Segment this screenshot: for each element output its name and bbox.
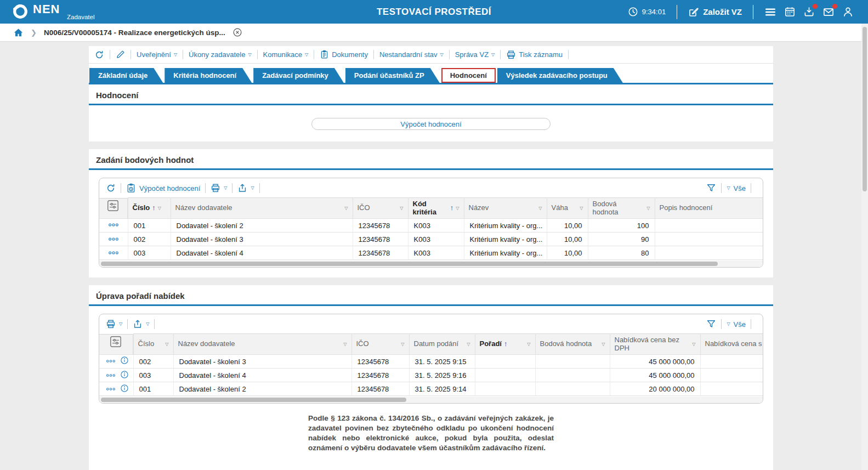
col-header-ico[interactable]: IČO ▽	[351, 334, 409, 355]
export-menu[interactable]: ▽	[237, 183, 254, 193]
hodnoceni-panel: Výpočet hodnocení	[89, 105, 773, 141]
cell-cena-bez-dph: 20 000 000,00	[610, 382, 700, 396]
edit-button[interactable]	[116, 50, 125, 59]
refresh-button[interactable]	[94, 50, 104, 60]
row-menu-button[interactable]	[106, 371, 116, 380]
col-header-popis-hodnoceni[interactable]: Popis hodnocení	[655, 198, 763, 219]
col-header-bodova-hodnota[interactable]: Bodová hodnota ▽	[588, 198, 655, 219]
col-header-cislo[interactable]: Číslo ▽	[133, 334, 173, 355]
tisk-zaznamu-button[interactable]: Tisk záznamu	[506, 50, 563, 60]
session-time: 9:34:01	[628, 7, 666, 17]
col-header-vaha[interactable]: Váha ▽	[547, 198, 588, 219]
nestandardni-stav-menu[interactable]: Nestandardní stav ▽	[379, 50, 444, 59]
refresh-button[interactable]	[106, 183, 116, 193]
scrollbar-thumb[interactable]	[101, 398, 406, 402]
dropdown-icon: ▽	[692, 342, 695, 347]
horizontal-scrollbar[interactable]	[99, 261, 763, 267]
row-menu-button[interactable]	[106, 385, 116, 393]
row-menu-button[interactable]	[108, 221, 119, 229]
vypocet-hodnoceni-link[interactable]: Výpočet hodnocení	[126, 183, 200, 193]
dropdown-icon: ▽	[343, 342, 347, 347]
vertical-scrollbar[interactable]	[861, 24, 868, 470]
col-header-poradi[interactable]: Pořadí ↑ ▽	[475, 334, 535, 355]
dropdown-icon: ▽	[491, 53, 495, 57]
sprava-vz-menu[interactable]: Správa VZ ▽	[455, 50, 495, 59]
column-settings-button[interactable]	[99, 334, 133, 355]
dokumenty-button[interactable]: Dokumenty	[320, 50, 368, 59]
col-header-ico[interactable]: IČO ▽	[353, 198, 408, 219]
row-menu-button[interactable]	[108, 249, 119, 257]
tab-hodnoceni[interactable]: Hodnocení	[441, 68, 496, 83]
dropdown-icon: ▽	[467, 342, 470, 347]
vse-label: Vše	[734, 320, 746, 329]
divider	[127, 319, 128, 329]
vypocet-hodnoceni-button[interactable]: Výpočet hodnocení	[311, 118, 551, 130]
tab-vysledek[interactable]: Výsledek zadávacího postupu	[497, 68, 623, 83]
dropdown-icon: ▽	[174, 53, 177, 57]
divider	[500, 50, 501, 59]
export-menu[interactable]: ▽	[133, 319, 149, 329]
col-header-bodova-hodnota[interactable]: Bodová hodnota ▽	[535, 334, 610, 355]
scrollbar-thumb[interactable]	[863, 27, 867, 191]
close-record-icon[interactable]	[232, 27, 242, 37]
filter-button[interactable]	[706, 319, 716, 329]
calendar-button[interactable]	[784, 6, 796, 18]
row-menu-button[interactable]	[108, 235, 119, 244]
ukony-label: Úkony zadavatele	[189, 50, 245, 59]
user-profile-button[interactable]	[842, 6, 854, 18]
cell-cena-s-dph: 24 200 000,00	[700, 382, 763, 396]
tab-zadavaci-podminky[interactable]: Zadávací podmínky	[253, 68, 344, 83]
divider	[89, 304, 773, 306]
menu-button[interactable]	[764, 6, 776, 18]
filter-preset-vse[interactable]: ▽ Vše	[727, 320, 746, 329]
info-icon[interactable]	[120, 384, 129, 394]
col-header-cena-bez-dph[interactable]: Nabídková cena bez DPH ▽	[610, 334, 700, 355]
cell-ico: 12345678	[351, 369, 409, 382]
horizontal-scrollbar[interactable]	[99, 397, 763, 403]
print-menu[interactable]: ▽	[106, 319, 122, 329]
cell-poradi	[475, 382, 535, 396]
uverejneni-menu[interactable]: Uveřejnění ▽	[137, 50, 177, 59]
cell-nazev: Kritérium kvality - org...	[464, 246, 547, 260]
info-icon[interactable]	[120, 356, 129, 366]
filter-button[interactable]	[706, 183, 716, 193]
dokumenty-label: Dokumenty	[332, 50, 368, 59]
tab-podani-ucastniku[interactable]: Podání účastníků ZP	[345, 68, 440, 83]
divider	[677, 5, 677, 19]
vse-label: Vše	[734, 184, 746, 192]
col-header-cena-s-dph[interactable]: Nabídková cena s DPH ▽	[700, 334, 763, 355]
cell-popis	[655, 246, 763, 260]
info-icon[interactable]	[120, 370, 129, 381]
cell-cislo: 002	[133, 355, 173, 369]
zalozit-vz-button[interactable]: Založit VZ	[688, 7, 742, 18]
col-header-nazev-dodavatele[interactable]: Název dodavatele ▽	[171, 198, 353, 219]
dropdown-icon: ▽	[401, 342, 404, 347]
col-header-nazev-dodavatele[interactable]: Název dodavatele ▽	[173, 334, 351, 355]
col-header-kod-kriteria[interactable]: Kód kritéria ↑ ▽	[408, 198, 464, 219]
nestandardni-label: Nestandardní stav	[379, 50, 438, 59]
col-header-cislo[interactable]: Číslo ↑ ▽	[128, 198, 171, 219]
tisk-label: Tisk záznamu	[519, 50, 563, 59]
sort-asc-icon: ↑	[450, 204, 454, 212]
breadcrumb-record[interactable]: N006/25/V00005174 - Realizace energetick…	[44, 29, 225, 37]
messages-button[interactable]	[822, 6, 835, 18]
vypocet-link-label: Výpočet hodnocení	[139, 184, 200, 192]
sort-asc-icon: ↑	[504, 340, 508, 348]
downloads-button[interactable]	[803, 6, 815, 18]
tab-kriteria-hodnoceni[interactable]: Kritéria hodnocení	[164, 68, 252, 83]
uprava-panel: ▽ ▽	[99, 314, 763, 404]
cell-cislo: 001	[133, 382, 173, 396]
komunikace-menu[interactable]: Komunikace ▽	[263, 50, 309, 59]
home-icon[interactable]	[13, 27, 24, 38]
ukony-zadavatele-menu[interactable]: Úkony zadavatele ▽	[189, 50, 252, 59]
cell-popis	[655, 219, 763, 233]
scrollbar-thumb[interactable]	[101, 262, 718, 266]
column-settings-button[interactable]	[99, 198, 128, 219]
tab-zakladni-udaje[interactable]: Základní údaje	[89, 68, 163, 83]
row-menu-button[interactable]	[106, 357, 116, 365]
col-header-nazev[interactable]: Název ▽	[464, 198, 547, 219]
print-menu[interactable]: ▽	[211, 183, 227, 193]
table-row: 002 Dodavatel - školení 3 12345678 K003 …	[99, 233, 763, 246]
filter-preset-vse[interactable]: ▽ Vše	[727, 184, 746, 192]
col-header-datum-podani[interactable]: Datum podání ▽	[409, 334, 475, 355]
